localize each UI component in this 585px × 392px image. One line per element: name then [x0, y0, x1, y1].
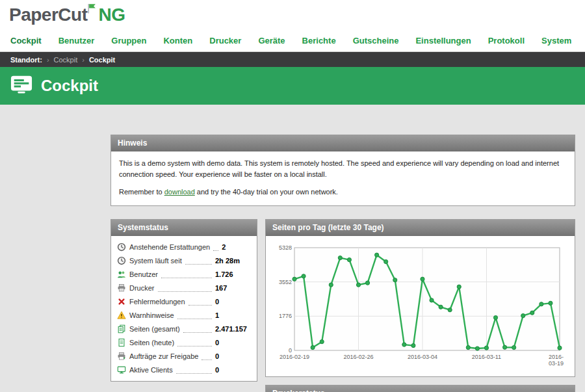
page-icon	[116, 337, 127, 347]
users-icon	[116, 269, 127, 279]
status-row-active-clients: Aktive Clients 0	[116, 363, 252, 376]
printer-status-box: Druckerstatus	[265, 385, 575, 392]
page-banner: Cockpit	[0, 67, 585, 105]
status-value: 1	[215, 311, 252, 319]
svg-text:2016-03-11: 2016-03-11	[472, 354, 501, 360]
dotted-leader	[202, 352, 212, 360]
chevron-right-icon: ›	[47, 56, 49, 64]
status-row-pages-total: Seiten (gesamt) 2.471.157	[116, 322, 252, 335]
status-row-users: Benutzer 1.726	[116, 267, 252, 281]
status-value: 2h 28m	[215, 257, 252, 265]
tab-drucker[interactable]: Drucker	[209, 36, 241, 46]
status-label: Seiten (gesamt)	[129, 325, 180, 333]
status-label: Aktive Clients	[129, 366, 173, 374]
notice-box: Hinweis This is a demo system with demo …	[110, 135, 575, 206]
tab-einstellungen[interactable]: Einstellungen	[415, 36, 471, 46]
svg-text:5328: 5328	[279, 244, 292, 251]
papercut-logo[interactable]: PaperCut NG	[9, 6, 125, 24]
dotted-leader	[185, 257, 212, 265]
system-status-box: Systemstatus Anstehende Erstattungen 2 S…	[110, 219, 257, 382]
tab-system[interactable]: System	[541, 36, 571, 46]
dotted-leader	[161, 270, 212, 278]
app-header: PaperCut NG	[0, 0, 585, 30]
status-row-warnings: Warnhinweise 1	[116, 308, 252, 322]
dotted-leader	[177, 311, 212, 319]
pages-per-day-header: Seiten pro Tag (letzte 30 Tage)	[266, 220, 575, 236]
tab-cockpit[interactable]: Cockpit	[10, 36, 42, 46]
page-title: Cockpit	[41, 77, 98, 95]
tab-gruppen[interactable]: Gruppen	[111, 36, 146, 46]
flag-icon	[88, 3, 96, 16]
status-label: Seiten (heute)	[129, 339, 174, 346]
dotted-leader	[188, 298, 212, 306]
status-label: Aufträge zur Freigabe	[129, 352, 198, 360]
status-row-pages-today: Seiten (heute) 0	[116, 335, 252, 349]
error-icon	[116, 296, 127, 306]
main-nav: Cockpit Benutzer Gruppen Konten Drucker …	[0, 30, 585, 52]
system-status-body: Anstehende Erstattungen 2 System läuft s…	[111, 236, 257, 381]
status-label: Anstehende Erstattungen	[129, 243, 210, 251]
pages-per-day-chart: 01776355253282016-02-192016-02-262016-03…	[266, 236, 575, 376]
notice-body: This is a demo system with demo data. Th…	[111, 151, 575, 205]
svg-text:2016-03-04: 2016-03-04	[408, 354, 437, 360]
status-value: 2.471.157	[215, 325, 252, 333]
breadcrumb-root-label: Standort:	[10, 56, 42, 64]
notice-reminder-suffix: and try the 40-day trial on your own net…	[195, 188, 338, 196]
notice-text: This is a demo system with demo data. Th…	[119, 158, 567, 180]
tab-konten[interactable]: Konten	[163, 36, 192, 46]
status-label: System läuft seit	[129, 257, 182, 265]
status-value: 2	[222, 243, 258, 251]
warning-icon	[116, 310, 127, 320]
status-label: Drucker	[129, 284, 155, 292]
tab-protokoll[interactable]: Protokoll	[488, 36, 525, 46]
logo-text-papercut: PaperCut	[9, 6, 87, 24]
system-status-header: Systemstatus	[111, 220, 257, 236]
status-row-errors: Fehlermeldungen 0	[116, 294, 252, 308]
printer-status-header: Druckerstatus	[266, 385, 575, 392]
tab-geraete[interactable]: Geräte	[258, 36, 285, 46]
logo-text-ng: NG	[98, 6, 125, 24]
notice-reminder: Remember to download and try the 40-day …	[119, 187, 567, 198]
chevron-right-icon: ›	[82, 56, 84, 64]
breadcrumb-item-cockpit[interactable]: Cockpit	[54, 56, 78, 64]
notice-reminder-prefix: Remember to	[119, 188, 164, 196]
print-queue-icon	[116, 351, 127, 361]
pages-icon	[116, 324, 127, 333]
status-label: Warnhinweise	[129, 311, 174, 319]
dashboard-icon	[10, 75, 32, 97]
status-value: 0	[215, 339, 252, 346]
breadcrumb-current: Cockpit	[89, 56, 115, 64]
svg-text:2016-02-19: 2016-02-19	[280, 354, 309, 360]
dotted-leader	[177, 339, 212, 346]
tab-berichte[interactable]: Berichte	[302, 36, 336, 46]
svg-text:0: 0	[289, 347, 292, 354]
status-label: Fehlermeldungen	[129, 298, 185, 306]
status-value: 0	[215, 366, 252, 374]
printer-icon	[116, 283, 127, 293]
dotted-leader	[213, 243, 218, 251]
download-link[interactable]: download	[164, 188, 195, 196]
status-value: 1.726	[215, 270, 252, 278]
breadcrumb: Standort: › Cockpit › Cockpit	[0, 52, 585, 67]
content-area: Hinweis This is a demo system with demo …	[0, 105, 585, 392]
status-row-pending-refunds: Anstehende Erstattungen 2	[116, 240, 252, 254]
status-row-uptime: System läuft seit 2h 28m	[116, 254, 252, 267]
tab-gutscheine[interactable]: Gutscheine	[353, 36, 399, 46]
dotted-leader	[158, 284, 212, 292]
clients-icon	[116, 365, 127, 374]
clock-icon	[116, 255, 127, 265]
tab-benutzer[interactable]: Benutzer	[58, 36, 95, 46]
dashboard-columns: Systemstatus Anstehende Erstattungen 2 S…	[110, 219, 575, 392]
notice-box-header: Hinweis	[111, 135, 575, 151]
svg-text:3552: 3552	[279, 279, 292, 285]
svg-text:1776: 1776	[279, 313, 292, 319]
clock-icon	[116, 242, 127, 252]
status-value: 0	[215, 298, 252, 306]
status-value: 0	[215, 352, 252, 360]
pages-per-day-chart-svg: 01776355253282016-02-192016-02-262016-03…	[272, 241, 567, 371]
svg-text:2016-03-19: 2016-03-19	[549, 354, 564, 367]
status-row-printers: Drucker 167	[116, 281, 252, 294]
svg-text:2016-02-26: 2016-02-26	[343, 354, 373, 360]
status-label: Benutzer	[129, 270, 158, 278]
dotted-leader	[176, 366, 212, 374]
